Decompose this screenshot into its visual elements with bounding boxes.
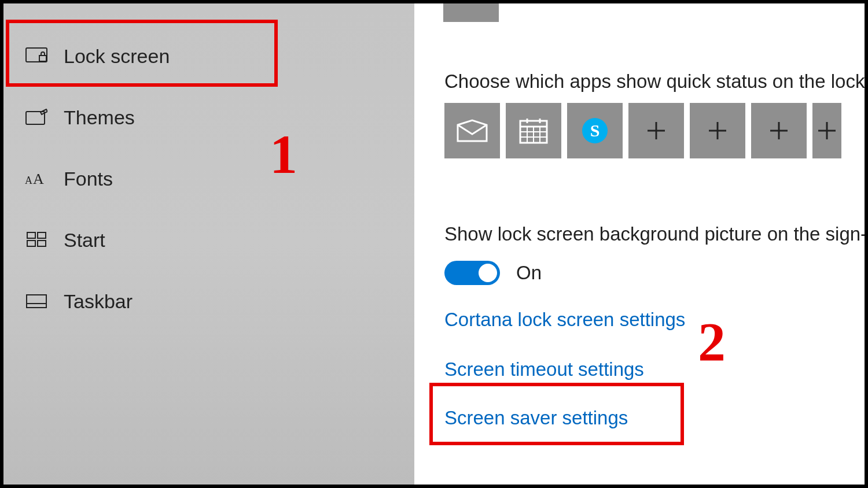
svg-rect-7 (27, 241, 35, 246)
taskbar-icon (23, 294, 50, 308)
calendar-icon (519, 117, 548, 144)
svg-rect-6 (38, 232, 46, 238)
sidebar-item-label: Fonts (64, 168, 113, 190)
app-tile-calendar[interactable] (506, 103, 561, 158)
svg-text:S: S (590, 121, 600, 140)
sidebar-item-fonts[interactable]: A A Fonts (3, 148, 414, 209)
quick-status-heading: Choose which apps show quick status on t… (444, 71, 865, 93)
link-cortana-lock-screen-settings[interactable]: Cortana lock screen settings (444, 309, 685, 331)
svg-text:A: A (33, 171, 44, 187)
plus-icon (704, 117, 731, 144)
app-tile-add[interactable] (751, 103, 807, 158)
sidebar: Lock screen Themes A A Fonts (3, 3, 414, 485)
app-tile-add[interactable] (812, 103, 841, 158)
skype-icon: S (580, 116, 609, 145)
signin-background-toggle-row: On (444, 261, 542, 285)
fonts-icon: A A (23, 170, 50, 187)
sidebar-item-taskbar[interactable]: Taskbar (3, 271, 414, 332)
app-tile-mail[interactable] (444, 103, 500, 158)
signin-background-heading: Show lock screen background picture on t… (444, 223, 865, 245)
sidebar-item-label: Start (64, 229, 105, 252)
plus-icon (643, 117, 670, 144)
sidebar-item-start[interactable]: Start (3, 209, 414, 271)
app-tile-add[interactable] (628, 103, 684, 158)
svg-text:A: A (25, 175, 32, 186)
link-screen-saver-settings[interactable]: Screen saver settings (444, 407, 628, 429)
toggle-state-label: On (516, 262, 542, 284)
sidebar-item-label: Lock screen (64, 45, 170, 68)
signin-background-toggle[interactable] (444, 261, 500, 285)
sidebar-item-label: Themes (64, 106, 135, 129)
svg-rect-5 (27, 232, 35, 238)
sidebar-item-label: Taskbar (64, 290, 133, 313)
themes-icon (23, 109, 50, 126)
svg-rect-9 (27, 295, 46, 308)
svg-rect-8 (38, 241, 46, 246)
link-screen-timeout-settings[interactable]: Screen timeout settings (444, 358, 644, 380)
svg-rect-1 (39, 56, 46, 61)
lock-screen-icon (23, 47, 50, 65)
sidebar-item-themes[interactable]: Themes (3, 87, 414, 148)
plus-icon (766, 117, 792, 144)
sidebar-item-lock-screen[interactable]: Lock screen (3, 25, 414, 87)
plus-icon (814, 117, 840, 144)
quick-status-tiles: S (444, 103, 841, 158)
toggle-knob (479, 264, 497, 282)
start-icon (23, 232, 50, 248)
app-tile-detailed-status[interactable] (443, 0, 499, 22)
app-tile-add[interactable] (690, 103, 745, 158)
mail-icon (457, 119, 488, 142)
app-tile-skype[interactable]: S (567, 103, 623, 158)
svg-marker-13 (458, 120, 487, 141)
